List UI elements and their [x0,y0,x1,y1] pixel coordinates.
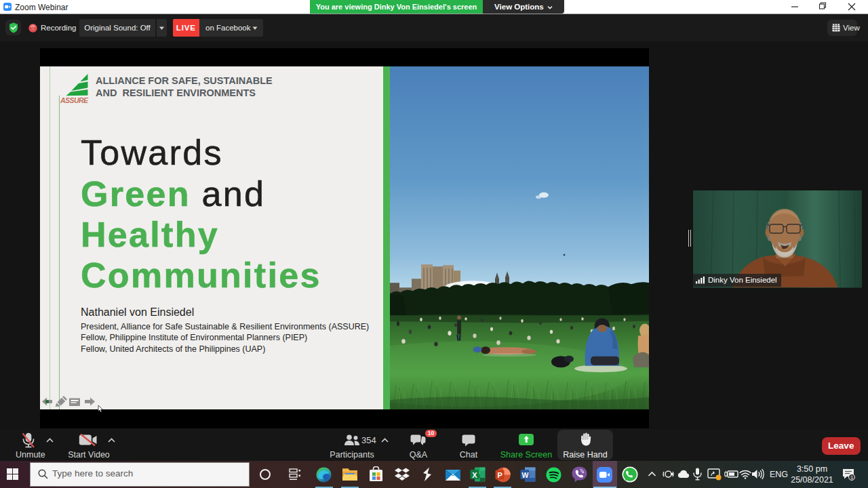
svg-text:X: X [472,471,477,479]
svg-text:W: W [522,471,529,479]
svg-text:P: P [498,471,502,479]
svg-text:ASSURE: ASSURE [60,96,89,104]
svg-text:1: 1 [850,475,853,480]
